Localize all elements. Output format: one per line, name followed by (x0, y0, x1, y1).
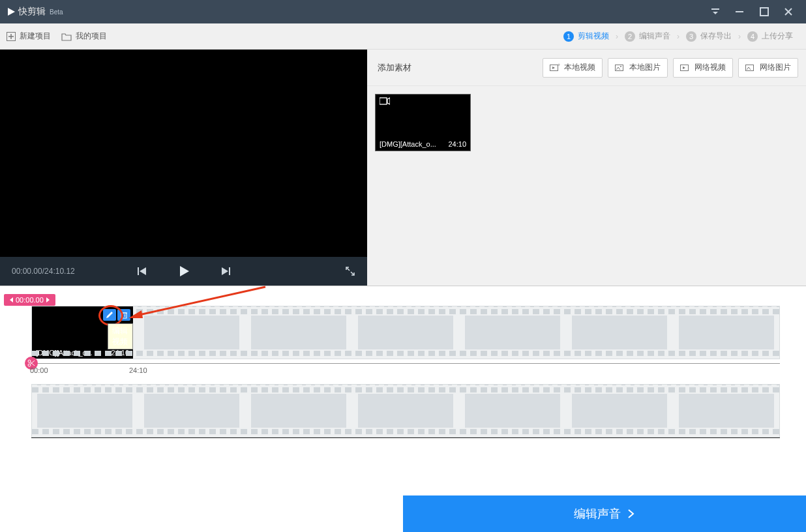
timeline-clip[interactable]: 编辑视频 [DMG][Attack_o... 24:10 (32, 306, 133, 359)
edit-tooltip: 编辑视频 (108, 323, 133, 349)
btn-label: 网络图片 (760, 62, 791, 73)
asset-name: [DMG][Attack_o... (380, 140, 436, 148)
window-minimize-button[interactable] (728, 0, 751, 23)
chevron-right-icon (627, 509, 635, 519)
video-web-icon (680, 63, 691, 72)
asset-duration: 24:10 (448, 140, 466, 148)
svg-text:+: + (558, 63, 560, 67)
empty-slot (37, 394, 132, 428)
add-local-image-button[interactable]: 本地图片 (608, 58, 668, 78)
new-project-button[interactable]: 新建项目 (7, 31, 51, 42)
image-web-icon (745, 63, 756, 72)
step-upload-share[interactable]: 4 上传分享 (741, 31, 799, 42)
svg-marker-2 (713, 12, 718, 14)
window-close-button[interactable] (777, 0, 799, 23)
svg-line-31 (136, 287, 265, 316)
step-label: 剪辑视频 (578, 31, 609, 42)
svg-marker-23 (683, 66, 685, 69)
video-add-icon: + (550, 63, 560, 72)
next-button[interactable] (220, 266, 231, 276)
step-save-export[interactable]: 3 保存导出 (679, 31, 738, 42)
title-bar: 快剪辑 Beta (0, 0, 806, 23)
preview-panel: 00:00.00/24:10.12 (0, 50, 367, 286)
empty-slot (251, 316, 346, 349)
preview-video (0, 50, 367, 257)
delete-clip-button[interactable] (117, 309, 130, 321)
asset-body: [DMG][Attack_o... 24:10 (367, 86, 806, 286)
window-menu-button[interactable] (704, 0, 726, 23)
timeline-area: 00:00.00 (0, 286, 806, 438)
menu-chevron-icon (711, 7, 720, 16)
toolbar: 新建项目 我的项目 1 剪辑视频 › 2 编辑声音 › 3 保存导出 › 4 上… (0, 23, 806, 50)
asset-title: 添加素材 (378, 62, 411, 74)
workflow-steps: 1 剪辑视频 › 2 编辑声音 › 3 保存导出 › 4 上传分享 (557, 31, 799, 42)
maximize-icon (760, 7, 769, 16)
add-web-image-button[interactable]: 网络图片 (738, 58, 798, 78)
minimize-icon (735, 7, 744, 16)
fullscreen-button[interactable] (345, 266, 355, 276)
add-web-video-button[interactable]: 网络视频 (673, 58, 733, 78)
svg-marker-14 (222, 267, 228, 275)
video-track[interactable]: 编辑视频 [DMG][Attack_o... 24:10 (31, 306, 780, 359)
app-name: 快剪辑 (18, 6, 46, 18)
svg-marker-12 (180, 266, 189, 276)
folder-icon (61, 32, 72, 41)
ruler-tick: 24:10 (129, 366, 147, 374)
step-label: 上传分享 (762, 31, 793, 42)
svg-marker-18 (552, 66, 555, 69)
plus-box-icon (7, 32, 16, 41)
playhead-time: 00:00.00 (16, 296, 44, 304)
clip-duration: 24:10 (111, 349, 129, 357)
prev-button[interactable] (137, 266, 147, 276)
step-edit-video[interactable]: 1 剪辑视频 (557, 31, 616, 42)
next-step-label: 编辑声音 (574, 506, 621, 522)
play-icon (177, 265, 190, 278)
app-beta-tag: Beta (50, 8, 63, 16)
empty-slot (144, 316, 239, 349)
btn-label: 本地视频 (564, 62, 595, 73)
empty-slot (358, 394, 453, 428)
window-maximize-button[interactable] (753, 0, 775, 23)
step-number: 2 (625, 31, 635, 42)
preview-controls: 00:00.00/24:10.12 (0, 257, 367, 286)
empty-slot (572, 394, 667, 428)
step-edit-audio[interactable]: 2 编辑声音 (618, 31, 677, 42)
time-ruler[interactable]: 00:00 24:10 (31, 363, 780, 379)
empty-slot (572, 316, 667, 349)
svg-rect-10 (138, 267, 139, 275)
step-number: 4 (747, 31, 758, 42)
asset-header: 添加素材 + 本地视频 本地图片 网络视频 网络图片 (367, 50, 806, 86)
main-area: 00:00.00/24:10.12 添加素材 + (0, 50, 806, 286)
image-add-icon (615, 63, 625, 72)
track-baseline (31, 437, 780, 438)
edit-clip-button[interactable] (103, 309, 116, 321)
playhead-time-tag[interactable]: 00:00.00 (4, 294, 55, 306)
app-logo: 快剪辑 Beta (7, 6, 63, 18)
skip-prev-icon (137, 266, 147, 276)
secondary-track[interactable] (31, 384, 780, 437)
footer-row: 编辑声音 (0, 495, 806, 532)
svg-marker-11 (140, 267, 146, 275)
asset-panel: 添加素材 + 本地视频 本地图片 网络视频 网络图片 (367, 50, 806, 286)
add-local-video-button[interactable]: + 本地视频 (543, 58, 603, 78)
empty-slot (251, 394, 346, 428)
next-step-button[interactable]: 编辑声音 (403, 495, 806, 532)
ruler-tick: 00:00 (30, 366, 48, 374)
preview-time: 00:00.00/24:10.12 (12, 267, 75, 276)
pencil-icon (106, 311, 113, 319)
empty-slot (358, 316, 453, 349)
my-projects-button[interactable]: 我的项目 (61, 31, 107, 42)
close-icon (784, 7, 793, 16)
svg-rect-4 (760, 8, 768, 16)
clip-name: [DMG][Attack_o... (36, 349, 93, 357)
empty-slot (144, 394, 239, 428)
trash-icon (120, 311, 128, 319)
my-projects-label: 我的项目 (76, 31, 107, 42)
asset-item[interactable]: [DMG][Attack_o... 24:10 (375, 94, 471, 151)
svg-rect-27 (121, 313, 127, 318)
btn-label: 网络视频 (694, 62, 726, 73)
svg-rect-25 (380, 98, 387, 104)
play-button[interactable] (177, 265, 190, 278)
skip-next-icon (220, 266, 231, 276)
window-controls (704, 0, 799, 23)
